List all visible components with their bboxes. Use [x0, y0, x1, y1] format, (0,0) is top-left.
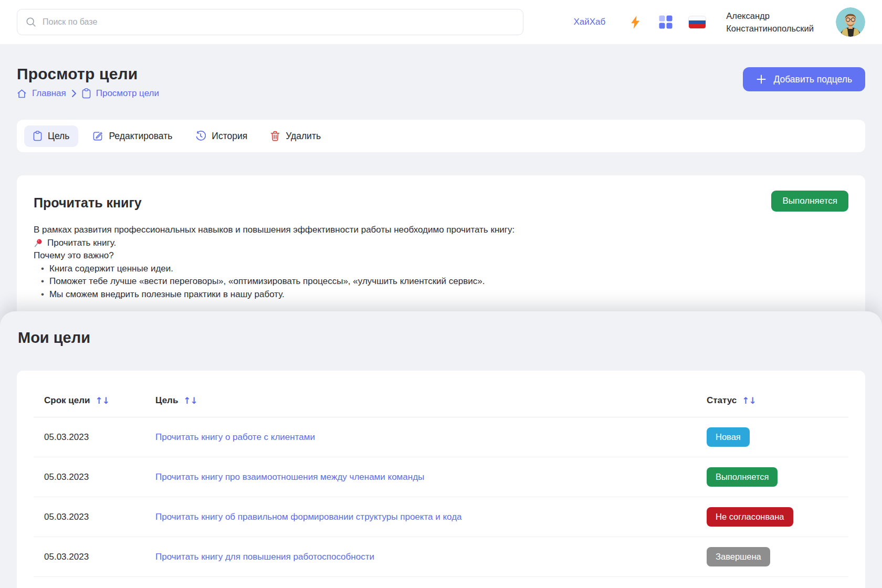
pushpin-icon [34, 238, 43, 248]
header-actions: ХайХаб Александр Константинопольский [573, 7, 865, 37]
tab-history[interactable]: История [186, 125, 256, 147]
goal-status-badge: Выполняется [771, 191, 848, 212]
status-badge: Завершена [707, 547, 770, 566]
sort-icon: ↑↓ [742, 395, 756, 406]
goal-description: В рамках развития профессиональных навык… [34, 224, 848, 301]
status-badge: Выполняется [707, 467, 778, 487]
my-goals-title: Мои цели [18, 329, 865, 346]
trash-icon [270, 131, 280, 141]
clipboard-icon [82, 88, 91, 99]
column-header-status[interactable]: Статус ↑↓ [707, 395, 848, 406]
tab-edit[interactable]: Редактировать [83, 125, 181, 147]
column-label: Статус [707, 395, 737, 406]
apps-grid-icon[interactable] [659, 15, 673, 29]
tab-edit-label: Редактировать [109, 131, 172, 142]
search-box[interactable] [17, 9, 523, 35]
home-icon [17, 89, 27, 99]
table-row: 05.03.2023 Прочитать книгу для повышения… [34, 537, 848, 577]
goal-deadline: 05.03.2023 [34, 552, 155, 562]
page-content: Просмотр цели Главная Просмотр цели [0, 44, 882, 332]
table-row: 05.03.2023 Прочитать книгу о работе с кл… [34, 417, 848, 457]
tab-delete-label: Удалить [286, 131, 321, 142]
goal-link[interactable]: Прочитать книгу об правильном формирован… [155, 512, 462, 522]
edit-icon [92, 131, 103, 141]
column-header-deadline[interactable]: Срок цели ↑↓ [34, 395, 155, 406]
page-title: Просмотр цели [17, 65, 865, 83]
my-goals-sheet: Мои цели Срок цели ↑↓ Цель ↑↓ Статус ↑↓ [0, 311, 882, 588]
search-input[interactable] [43, 17, 514, 27]
add-subgoal-label: Добавить подцель [773, 74, 852, 85]
language-flag-ru-icon[interactable] [688, 16, 706, 29]
goal-title: Прочитать книгу [34, 195, 848, 211]
tab-delete[interactable]: Удалить [261, 125, 330, 147]
goal-bullet: Поможет тебе лучше «вести переговоры», «… [34, 275, 848, 288]
breadcrumb: Главная Просмотр цели [17, 88, 865, 99]
breadcrumb-home-link[interactable]: Главная [32, 88, 66, 99]
goal-desc-question: Почему это важно? [34, 249, 848, 262]
clipboard-icon [33, 131, 42, 141]
column-header-goal[interactable]: Цель ↑↓ [155, 395, 707, 406]
status-badge: Не согласонвана [707, 507, 793, 527]
lightning-icon[interactable] [629, 15, 641, 29]
add-subgoal-button[interactable]: Добавить подцель [743, 67, 865, 91]
page-head: Просмотр цели Главная Просмотр цели [17, 44, 865, 99]
goal-detail-card: Прочитать книгу Выполняется В рамках раз… [17, 175, 865, 332]
my-goals-table: Срок цели ↑↓ Цель ↑↓ Статус ↑↓ 05.03.202… [17, 371, 865, 588]
table-row: 05.03.2023 Прочитать книгу об правильном… [34, 497, 848, 537]
status-badge: Новая [707, 427, 750, 447]
search-icon [26, 17, 36, 27]
user-name: Александр Константинопольский [726, 9, 814, 35]
table-header-row: Срок цели ↑↓ Цель ↑↓ Статус ↑↓ [34, 371, 848, 417]
goal-link[interactable]: Прочитать книгу для повышения работоспос… [155, 552, 374, 562]
goal-link[interactable]: Прочитать книгу о работе с клиентами [155, 432, 315, 442]
goal-bullets: Книга содержит ценные идеи. Поможет тебе… [34, 262, 848, 301]
column-label: Цель [155, 395, 178, 406]
history-icon [195, 131, 206, 141]
user-first-name: Александр [726, 9, 814, 22]
goal-desc-pin-line: Прочитать книгу. [34, 237, 848, 250]
goal-desc-pin-text: Прочитать книгу. [47, 237, 116, 250]
sort-icon: ↑↓ [183, 395, 197, 406]
chevron-right-icon [71, 89, 77, 98]
hub-link[interactable]: ХайХаб [573, 17, 605, 27]
goal-bullet: Книга содержит ценные идеи. [34, 262, 848, 276]
plus-icon [756, 74, 766, 85]
tab-goal[interactable]: Цель [24, 125, 78, 147]
column-label: Срок цели [44, 395, 90, 406]
goal-deadline: 05.03.2023 [34, 512, 155, 522]
user-last-name: Константинопольский [726, 22, 814, 35]
goal-bullet: Мы сможем внедрить полезные практики в н… [34, 288, 848, 301]
sort-icon: ↑↓ [95, 395, 109, 406]
tab-history-label: История [212, 131, 247, 142]
top-header: ХайХаб Александр Константинопольский [0, 0, 882, 44]
goal-deadline: 05.03.2023 [34, 432, 155, 443]
goal-deadline: 05.03.2023 [34, 472, 155, 482]
goal-desc-intro: В рамках развития профессиональных навык… [34, 224, 848, 237]
table-row: 05.03.2023 Прочитать книгу про взаимоотн… [34, 457, 848, 497]
breadcrumb-current-link[interactable]: Просмотр цели [96, 88, 159, 99]
tab-goal-label: Цель [48, 131, 69, 142]
user-avatar[interactable] [836, 7, 865, 37]
goal-tabs: Цель Редактировать История [17, 120, 865, 152]
goal-link[interactable]: Прочитать книгу про взаимоотношения межд… [155, 472, 424, 482]
